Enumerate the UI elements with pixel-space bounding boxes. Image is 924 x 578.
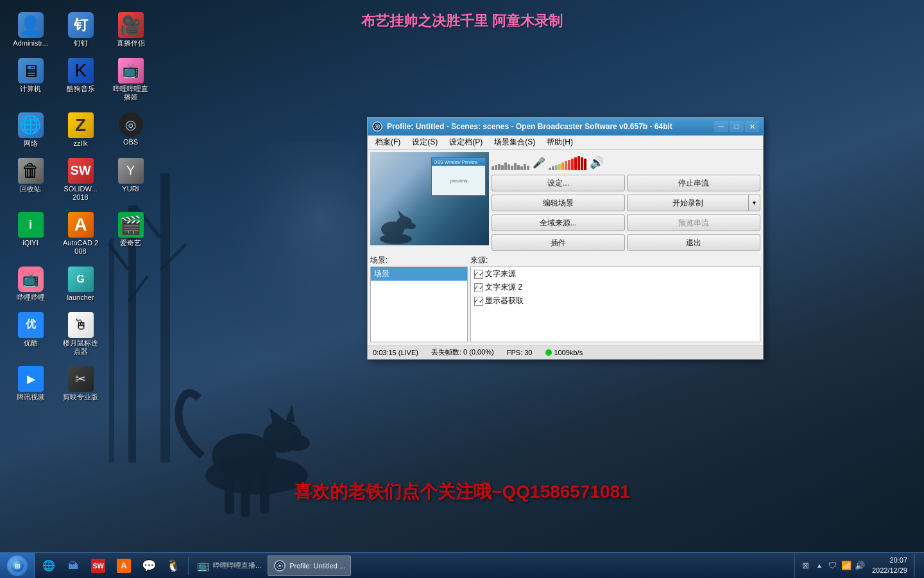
status-indicator: 1009kb/s bbox=[545, 349, 583, 356]
source-checkbox-0[interactable]: ✓ bbox=[474, 270, 483, 279]
button-row-1: 设定... 停止串流 bbox=[492, 175, 760, 191]
svg-rect-2 bbox=[160, 173, 170, 462]
icon-administrator[interactable]: 👤 Administr... bbox=[10, 10, 51, 50]
window-controls: ─ □ ✕ bbox=[714, 121, 759, 132]
menu-bar: 档案(F) 设定(S) 设定档(P) 场景集合(S) 帮助(H) bbox=[368, 136, 763, 150]
taskbar-separator bbox=[188, 557, 189, 575]
menu-profile[interactable]: 设定档(P) bbox=[444, 136, 488, 149]
taskbar: ⊞ 🌐 🏔 SW A 💬 🐧 bbox=[0, 552, 924, 578]
tray-security-icon[interactable]: 🛡 bbox=[827, 560, 839, 572]
taskbar-bilibili[interactable]: 📺 哔哩哔哩直播... bbox=[192, 556, 266, 576]
menu-scene-collection[interactable]: 场景集合(S) bbox=[489, 136, 540, 149]
desktop-icons-container: 👤 Administr... 钉 钉钉 🎥 直播伴侣 🖥 计算机 K 酷狗音乐 bbox=[6, 6, 158, 407]
window-titlebar: Profile: Untitled - Scenes: scenes - Ope… bbox=[368, 118, 763, 136]
window-title: Profile: Untitled - Scenes: scenes - Ope… bbox=[387, 122, 710, 131]
audio-meters: 🎤 bbox=[492, 152, 760, 173]
scene-item-0[interactable]: 场景 bbox=[371, 267, 467, 281]
icon-computer[interactable]: 🖥 计算机 bbox=[10, 55, 51, 104]
status-fps: FPS: 30 bbox=[507, 349, 533, 356]
tray-volume-icon[interactable]: 🔊 bbox=[854, 560, 866, 572]
button-row-4: 插件 退出 bbox=[492, 234, 760, 251]
source-item-0[interactable]: ✓ 文字来源 bbox=[471, 267, 760, 281]
tray-up-icon[interactable]: ▲ bbox=[814, 560, 825, 572]
taskbar-bilibili-label: 哔哩哔哩直播... bbox=[213, 561, 261, 570]
watermark: 布艺挂帅之决胜千里 阿童木录制 bbox=[361, 12, 563, 31]
menu-file[interactable]: 档案(F) bbox=[370, 136, 406, 149]
icon-grid: 👤 Administr... 钉 钉钉 🎥 直播伴侣 🖥 计算机 K 酷狗音乐 bbox=[6, 6, 158, 407]
icon-aiqiyi[interactable]: 🎬 爱奇艺 bbox=[110, 209, 151, 258]
autocad-taskbar-icon: A bbox=[117, 559, 131, 573]
icon-solidworks[interactable]: SW SOLIDW... 2018 bbox=[60, 155, 101, 204]
exit-button[interactable]: 退出 bbox=[627, 234, 760, 251]
icon-zzilk[interactable]: Z zzIlk bbox=[60, 110, 101, 150]
icon-bilibili[interactable]: 📺 哔哩哔哩 bbox=[10, 264, 51, 304]
show-desktop-button[interactable] bbox=[914, 554, 919, 577]
icon-kugou[interactable]: K 酷狗音乐 bbox=[60, 55, 101, 104]
mountain-icon: 🏔 bbox=[67, 559, 80, 572]
icon-tencent-video[interactable]: ▶ 腾讯视频 bbox=[10, 363, 51, 404]
icon-bilibili-live[interactable]: 📺 哔哩哔哩直播姬 bbox=[110, 55, 151, 104]
global-source-button[interactable]: 全域来源... bbox=[492, 215, 625, 231]
icon-dingding[interactable]: 钉 钉钉 bbox=[60, 10, 101, 50]
tray-icons: ⊠ ▲ 🛡 📶 🔊 bbox=[800, 560, 866, 572]
status-time: 0:03:15 (LIVE) bbox=[373, 349, 418, 356]
icon-iqiyi-app[interactable]: i iQIYI bbox=[10, 209, 51, 258]
icon-network[interactable]: 🌐 网络 bbox=[10, 110, 51, 150]
menu-help[interactable]: 帮助(H) bbox=[542, 136, 578, 149]
source-item-1[interactable]: ✓ 文字来源 2 bbox=[471, 281, 760, 294]
start-record-button[interactable]: 开始录制 bbox=[627, 195, 749, 211]
sw-icon: SW bbox=[91, 559, 105, 573]
right-panel: 🎤 bbox=[492, 152, 760, 252]
icon-live-companion[interactable]: 🎥 直播伴侣 bbox=[110, 10, 151, 50]
taskbar-a[interactable]: A bbox=[112, 556, 136, 576]
scenes-panel: 场景: 场景 bbox=[370, 255, 468, 342]
scene-list: 场景 bbox=[370, 267, 468, 342]
sources-label: 来源: bbox=[470, 255, 760, 266]
plugins-button[interactable]: 插件 bbox=[492, 234, 625, 251]
taskbar-mountain[interactable]: 🏔 bbox=[62, 556, 85, 576]
icon-recycle[interactable]: 🗑 回收站 bbox=[10, 155, 51, 204]
icon-yuri[interactable]: Y YURI bbox=[110, 155, 151, 204]
taskbar-ie[interactable]: 🌐 bbox=[37, 556, 60, 576]
svg-text:⊞: ⊞ bbox=[15, 563, 20, 570]
desktop: 布艺挂帅之决胜千里 阿童木录制 👤 Administr... 钉 钉钉 🎥 直播… bbox=[0, 0, 924, 578]
icon-launcher[interactable]: G launcher bbox=[60, 264, 101, 304]
menu-settings[interactable]: 设定(S) bbox=[407, 136, 443, 149]
icon-empty3 bbox=[110, 363, 151, 404]
source-checkbox-1[interactable]: ✓ bbox=[474, 283, 483, 292]
settings-button[interactable]: 设定... bbox=[492, 175, 625, 191]
status-bitrate: 1009kb/s bbox=[554, 349, 583, 356]
preview-stream-button[interactable]: 预览串流 bbox=[627, 215, 760, 231]
edit-scene-button[interactable]: 编辑场景 bbox=[492, 195, 625, 211]
start-button[interactable]: ⊞ bbox=[0, 553, 35, 579]
stop-stream-button[interactable]: 停止串流 bbox=[627, 175, 760, 191]
taskbar-qq[interactable]: 🐧 bbox=[162, 556, 185, 576]
tray-network-icon[interactable]: ⊠ bbox=[800, 560, 812, 572]
obs-window-icon bbox=[372, 121, 383, 132]
clock[interactable]: 20:07 2022/12/29 bbox=[869, 556, 910, 575]
taskbar-obs[interactable]: Profile: Untitled ... bbox=[268, 556, 351, 576]
taskbar-wechat[interactable]: 💬 bbox=[137, 556, 160, 576]
icon-mouse-clicker[interactable]: 🖱 楼月鼠标连点器 bbox=[60, 310, 101, 358]
taskbar-obs-label: Profile: Untitled ... bbox=[289, 562, 345, 570]
scenes-label: 场景: bbox=[370, 255, 468, 266]
icon-empty2 bbox=[110, 310, 151, 358]
icon-youku[interactable]: 优 优酷 bbox=[10, 310, 51, 358]
maximize-button[interactable]: □ bbox=[730, 121, 744, 132]
bottom-scroll-text: 喜欢的老铁们点个关注哦~QQ1586571081 bbox=[0, 480, 924, 504]
source-checkbox-2[interactable]: ✓ bbox=[474, 297, 483, 306]
icon-autocad[interactable]: A AutoCAD 2008 bbox=[60, 209, 101, 258]
minimize-button[interactable]: ─ bbox=[714, 121, 728, 132]
speaker-icon: 🔊 bbox=[590, 155, 604, 170]
ie-icon: 🌐 bbox=[42, 559, 55, 572]
obs-main-area: OBS Window Preview preview bbox=[368, 150, 763, 255]
source-item-2[interactable]: ✓ 显示器获取 bbox=[471, 294, 760, 308]
tray-wifi-icon[interactable]: 📶 bbox=[841, 560, 852, 572]
icon-empty1 bbox=[110, 264, 151, 304]
close-button[interactable]: ✕ bbox=[745, 121, 759, 132]
taskbar-sw[interactable]: SW bbox=[86, 556, 110, 576]
svg-point-11 bbox=[287, 435, 310, 451]
icon-jianying[interactable]: ✂ 剪映专业版 bbox=[60, 363, 101, 404]
icon-obs[interactable]: ◎ OBS bbox=[110, 110, 151, 150]
record-dropdown-button[interactable]: ▼ bbox=[749, 195, 760, 211]
